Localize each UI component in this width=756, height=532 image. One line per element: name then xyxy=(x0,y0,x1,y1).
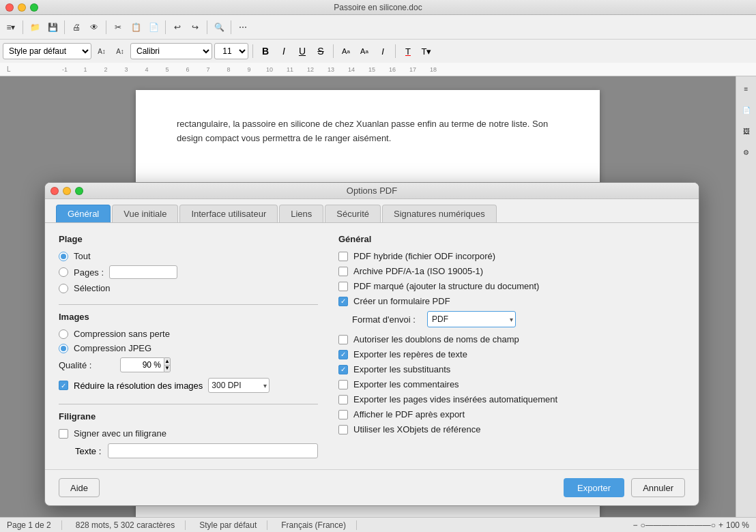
toolbar-btn-cut[interactable]: ✂ xyxy=(110,18,126,37)
toolbar-btn-find[interactable]: 🔍 xyxy=(211,18,227,37)
option-pages-vides[interactable]: Exporter les pages vides insérées automa… xyxy=(338,394,685,404)
dialog-title-buttons xyxy=(50,187,83,195)
radio-pages-input[interactable] xyxy=(59,267,68,277)
commentaires-checkbox[interactable] xyxy=(338,380,348,389)
toolbar-btn-open[interactable]: 📁 xyxy=(27,18,43,37)
tab-vue-initiale[interactable]: Vue initiale xyxy=(112,205,178,222)
option-creer-formulaire[interactable]: Créer un formulaire PDF xyxy=(338,296,685,306)
font-size-aa[interactable]: A↕ xyxy=(93,42,110,61)
option-doublons[interactable]: Autoriser les doublons de noms de champ xyxy=(338,334,685,344)
dpi-select[interactable]: 300 DPI 150 DPI 96 DPI xyxy=(208,378,270,393)
qualite-down[interactable]: ▼ xyxy=(164,366,170,372)
radio-tout-input[interactable] xyxy=(59,252,68,261)
side-btn-2[interactable]: 📄 xyxy=(738,100,755,119)
doublons-checkbox[interactable] xyxy=(338,335,348,344)
aide-button[interactable]: Aide xyxy=(59,478,100,497)
format-row: Format d'envoi : PDF FDF HTML XML ▾ xyxy=(352,311,685,327)
exporter-button[interactable]: Exporter xyxy=(564,478,624,497)
italic-button[interactable]: I xyxy=(276,43,292,59)
subscript-button[interactable]: Aa xyxy=(356,43,373,59)
toolbar-btn-more[interactable]: ⋯ xyxy=(235,18,251,37)
bold-button[interactable]: B xyxy=(257,43,274,59)
radio-tout[interactable]: Tout xyxy=(59,251,318,261)
option-archive-pdf[interactable]: Archive PDF/A-1a (ISO 19005-1) xyxy=(338,266,685,276)
reperes-checkbox[interactable] xyxy=(338,350,348,359)
option-xobjets[interactable]: Utiliser les XObjets de référence xyxy=(338,424,685,434)
option-afficher-pdf[interactable]: Afficher le PDF après export xyxy=(338,409,685,419)
side-btn-4[interactable]: ⚙ xyxy=(738,143,755,162)
reduire-checkbox[interactable] xyxy=(59,381,68,390)
annuler-button[interactable]: Annuler xyxy=(631,478,685,497)
toolbar-btn-paste[interactable]: 📄 xyxy=(145,18,162,37)
toolbar-btn-redo[interactable]: ↪ xyxy=(187,18,203,37)
underline-button[interactable]: U xyxy=(294,43,310,59)
format-select[interactable]: PDF FDF HTML XML xyxy=(427,311,516,327)
xobjets-label: Utiliser les XObjets de référence xyxy=(353,424,480,434)
close-btn[interactable] xyxy=(5,3,14,12)
dialog-minimize-btn[interactable] xyxy=(63,187,71,195)
tab-interface[interactable]: Interface utilisateur xyxy=(179,205,278,222)
maximize-btn[interactable] xyxy=(30,3,38,12)
zoom-minus-icon[interactable]: − xyxy=(633,520,637,530)
tab-signatures[interactable]: Signatures numériques xyxy=(382,205,497,222)
format-select-wrapper[interactable]: PDF FDF HTML XML ▾ xyxy=(427,311,516,327)
minimize-btn[interactable] xyxy=(18,3,26,12)
radio-selection-input[interactable] xyxy=(59,284,68,293)
zoom-slider[interactable]: ○————————○ xyxy=(640,520,716,530)
option-reperes[interactable]: Exporter les repères de texte xyxy=(338,349,685,359)
option-substituants[interactable]: Exporter les substituants xyxy=(338,364,685,374)
font-size-aa2[interactable]: A↕ xyxy=(112,42,128,61)
dialog-title-bar: Options PDF xyxy=(45,183,699,199)
afficher-pdf-checkbox[interactable] xyxy=(338,410,348,419)
texte-label: Texte : xyxy=(75,446,102,456)
highlight-button[interactable]: T▾ xyxy=(418,43,435,59)
dialog-maximize-btn[interactable] xyxy=(75,187,83,195)
style-selector[interactable]: Style par défaut xyxy=(3,43,91,59)
toolbar-btn-copy[interactable]: 📋 xyxy=(128,18,144,37)
font-selector[interactable]: Calibri xyxy=(130,43,212,59)
radio-jpeg-input[interactable] xyxy=(59,344,68,353)
dialog-close-btn[interactable] xyxy=(50,187,59,195)
tab-general[interactable]: Général xyxy=(56,205,111,222)
radio-lossless-input[interactable] xyxy=(59,329,68,339)
substituants-checkbox[interactable] xyxy=(338,365,348,374)
qualite-up[interactable]: ▲ xyxy=(164,358,170,366)
pages-vides-checkbox[interactable] xyxy=(338,395,348,404)
superscript-button[interactable]: Aa xyxy=(338,43,354,59)
dpi-wrapper[interactable]: 300 DPI 150 DPI 96 DPI ▾ xyxy=(208,378,270,393)
signer-row[interactable]: Signer avec un filigrane xyxy=(59,428,318,439)
signer-checkbox[interactable] xyxy=(59,429,68,439)
toolbar-btn-list[interactable]: ≡▾ xyxy=(3,18,19,37)
qualite-input[interactable] xyxy=(120,357,164,372)
tab-liens[interactable]: Liens xyxy=(279,205,323,222)
side-btn-3[interactable]: 🖼 xyxy=(738,121,755,141)
toolbar-btn-print[interactable]: 🖨 xyxy=(68,18,85,37)
toolbar-btn-save[interactable]: 💾 xyxy=(44,18,61,37)
archive-pdf-checkbox[interactable] xyxy=(338,267,348,276)
qualite-spinner[interactable]: ▲ ▼ xyxy=(120,357,171,372)
radio-pages[interactable]: Pages : xyxy=(59,265,318,279)
pdf-marque-checkbox[interactable] xyxy=(338,282,348,291)
zoom-plus-icon[interactable]: + xyxy=(718,520,723,530)
option-pdf-marque[interactable]: PDF marqué (ajouter la structure du docu… xyxy=(338,281,685,291)
side-panel: ≡ 📄 🖼 ⚙ xyxy=(736,76,756,517)
radio-compression-jpeg[interactable]: Compression JPEG xyxy=(59,343,318,353)
option-pdf-hybride[interactable]: PDF hybride (fichier ODF incorporé) xyxy=(338,251,685,261)
font-color-button[interactable]: T xyxy=(400,43,416,59)
toolbar-btn-preview[interactable]: 👁 xyxy=(86,18,102,37)
title-bar: Passoire en silicone.doc xyxy=(0,0,756,15)
texte-input[interactable] xyxy=(108,443,318,458)
tab-securite[interactable]: Sécurité xyxy=(325,205,381,222)
strikethrough-button[interactable]: S xyxy=(312,43,329,59)
radio-compression-lossless[interactable]: Compression sans perte xyxy=(59,329,318,339)
side-btn-1[interactable]: ≡ xyxy=(738,79,755,98)
pdf-hybride-checkbox[interactable] xyxy=(338,252,348,261)
italic2-button[interactable]: I xyxy=(375,43,391,59)
radio-selection[interactable]: Sélection xyxy=(59,283,318,293)
xobjets-checkbox[interactable] xyxy=(338,425,348,434)
font-size-selector[interactable]: 11 xyxy=(214,43,248,59)
toolbar-btn-undo[interactable]: ↩ xyxy=(169,18,186,37)
pages-input[interactable] xyxy=(109,265,177,279)
option-commentaires[interactable]: Exporter les commentaires xyxy=(338,379,685,389)
creer-formulaire-checkbox[interactable] xyxy=(338,297,348,306)
